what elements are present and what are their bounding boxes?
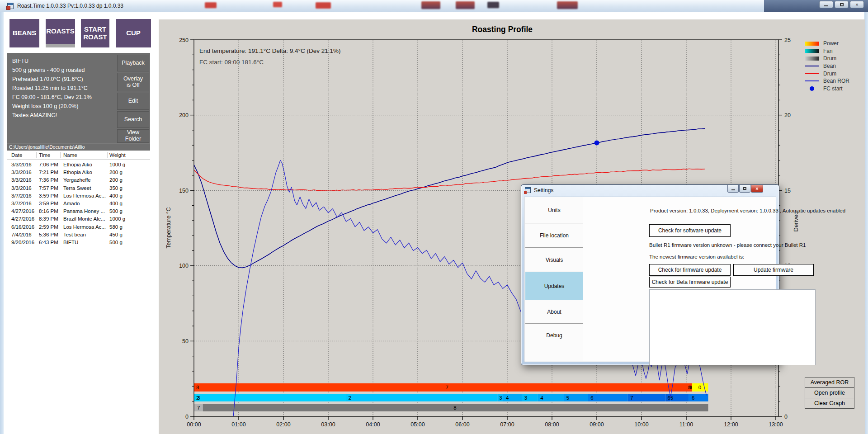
- table-cell: 450 g: [109, 231, 123, 239]
- roast-table-header[interactable]: DateTimeNameWeight: [7, 151, 150, 160]
- nav-roasts-active-indicator: [46, 44, 75, 47]
- roast-list-table[interactable]: DateTimeNameWeight 3/3/20167:06 PMEthopi…: [7, 151, 150, 434]
- window-border-right: [864, 12, 868, 434]
- clear-graph-button[interactable]: Clear Graph: [805, 398, 854, 409]
- legend-item: FC start: [805, 85, 864, 93]
- table-cell: Los Hermosa Ac...: [63, 223, 106, 231]
- close-button[interactable]: ×: [850, 1, 864, 8]
- header-separator: [60, 152, 61, 158]
- nav-beans-button[interactable]: BEANS: [9, 19, 39, 47]
- legend-item: Fan: [805, 47, 864, 55]
- settings-tab-updates[interactable]: Updates: [525, 272, 583, 300]
- legend-item: Bean ROR: [805, 77, 864, 85]
- settings-close-button[interactable]: ×: [751, 185, 763, 193]
- check-firmware-update-button[interactable]: Check for firmware update: [649, 264, 731, 276]
- table-cell: 7/4/2016: [11, 231, 32, 239]
- settings-maximize-button[interactable]: [739, 185, 750, 193]
- minimize-button[interactable]: [819, 1, 833, 8]
- table-row[interactable]: 4/27/20168:39 PMBrazil Monte Ale...1000 …: [7, 215, 150, 223]
- table-cell: 3/7/2016: [11, 192, 32, 200]
- legend-item: Power: [805, 40, 864, 47]
- settings-tab-visuals[interactable]: Visuals: [525, 248, 583, 272]
- svg-text:7: 7: [630, 395, 633, 401]
- table-row[interactable]: 7/4/20165:36 PMTest bean450 g: [7, 231, 150, 239]
- table-cell: 2:59 PM: [39, 223, 58, 231]
- settings-log[interactable]: [649, 289, 816, 365]
- legend-label: Drum: [823, 55, 836, 61]
- svg-text:3: 3: [499, 395, 502, 401]
- svg-text:7: 7: [197, 405, 200, 410]
- column-header-weight[interactable]: Weight: [109, 151, 126, 159]
- table-cell: 3:59 PM: [39, 192, 58, 200]
- column-header-time[interactable]: Time: [39, 151, 50, 159]
- roast-info-line: 500 g greens - 400 g roasted: [12, 66, 116, 75]
- table-cell: 4/27/2016: [11, 208, 34, 215]
- roast-info-line: BIFTU: [12, 57, 116, 66]
- settings-dialog-icon: [525, 187, 531, 193]
- settings-tab-debug[interactable]: Debug: [525, 324, 583, 347]
- playback-button[interactable]: Playback: [117, 55, 149, 71]
- legend-label: Bean ROR: [823, 78, 849, 84]
- table-row[interactable]: 9/20/20166:43 PMBIFTU500 g: [7, 239, 150, 246]
- svg-text:250: 250: [179, 37, 189, 43]
- column-header-date[interactable]: Date: [11, 151, 22, 159]
- maximize-button[interactable]: [835, 1, 849, 8]
- settings-tab-file-location[interactable]: File location: [525, 223, 583, 248]
- background-window-artifact: [456, 1, 475, 9]
- table-cell: 200 g: [109, 169, 123, 176]
- table-cell: Brazil Monte Ale...: [63, 215, 105, 223]
- table-cell: BIFTU: [63, 239, 78, 246]
- background-window-artifact: [557, 1, 578, 9]
- open-profile-button[interactable]: Open profile: [805, 387, 854, 398]
- window-titlebar: Roast.Time 1.0.0.33 Pv:1.0.0.33 dp 1.0.0…: [0, 0, 868, 12]
- chart-legend: PowerFanDrumBeanDrumBean RORFC start: [805, 40, 864, 92]
- svg-text:100: 100: [179, 263, 189, 269]
- svg-text:25: 25: [784, 37, 791, 43]
- nav-roasts-button[interactable]: ROASTS: [46, 19, 75, 44]
- roast-info-line: FC 09:00 - 181.6°C, Dev 21.1%: [12, 93, 116, 102]
- svg-text:12:00: 12:00: [724, 421, 738, 428]
- settings-dialog[interactable]: Settings × UnitsFile locationVisualsUpda…: [521, 184, 779, 365]
- settings-tab-about[interactable]: About: [525, 300, 583, 324]
- window-title: Roast.Time 1.0.0.33 Pv:1.0.0.33 dp 1.0.0…: [17, 0, 123, 12]
- table-cell: 5:36 PM: [39, 231, 58, 239]
- settings-dialog-titlebar[interactable]: Settings ×: [521, 185, 779, 196]
- svg-text:13:00: 13:00: [769, 421, 783, 428]
- legend-label: FC start: [823, 85, 843, 92]
- overlay-toggle-button[interactable]: Overlay is Off: [117, 73, 149, 91]
- edit-button[interactable]: Edit: [117, 93, 149, 110]
- settings-content: Product version: 1.0.0.33, Deployment ve…: [583, 197, 775, 361]
- table-cell: 3/3/2016: [11, 161, 32, 169]
- table-row[interactable]: 3/3/20167:36 PMYergazheffe200 g: [7, 176, 150, 184]
- background-window-artifact: [205, 2, 217, 8]
- check-software-update-button[interactable]: Check for software update: [649, 224, 731, 237]
- svg-text:11:00: 11:00: [679, 421, 693, 428]
- table-row[interactable]: 3/3/20167:21 PMEthopia Aiko200 g: [7, 169, 150, 176]
- search-button[interactable]: Search: [117, 111, 149, 128]
- background-window-artifact: [316, 2, 331, 9]
- column-header-name[interactable]: Name: [63, 151, 77, 159]
- svg-text:7: 7: [445, 385, 448, 390]
- table-row[interactable]: 3/3/20167:57 PMTerra Sweet350 g: [7, 184, 150, 192]
- table-row[interactable]: 3/7/20163:59 PMLos Hermosa Ac...400 g: [7, 192, 150, 200]
- background-window-artifact: [421, 1, 440, 9]
- settings-minimize-button[interactable]: [727, 185, 739, 193]
- settings-tab-units[interactable]: Units: [525, 197, 583, 223]
- table-row[interactable]: 4/27/20168:16 PMPanama Honey ...500 g: [7, 208, 150, 215]
- update-firmware-button[interactable]: Update firmware: [733, 264, 814, 276]
- legend-swatch-icon: [805, 49, 819, 53]
- nav-start-roast-button[interactable]: START ROAST: [81, 19, 109, 47]
- check-beta-firmware-button[interactable]: Check for Beta firmware update: [649, 277, 731, 288]
- nav-cup-button[interactable]: CUP: [116, 19, 151, 47]
- svg-text:50: 50: [182, 338, 189, 344]
- y2-axis-label: Derived: [793, 212, 799, 232]
- svg-text:03:00: 03:00: [321, 421, 335, 428]
- table-row[interactable]: 3/7/20163:59 PMAmado400 g: [7, 200, 150, 208]
- product-version-label: Product version: 1.0.0.33, Deployment ve…: [650, 208, 845, 213]
- legend-swatch-icon: [805, 73, 819, 74]
- averaged-ror-button[interactable]: Averaged ROR: [805, 377, 854, 388]
- roast-info-line: Roasted 11:25 min to 191.1°C: [12, 84, 116, 93]
- table-row[interactable]: 6/16/20162:59 PMLos Hermosa Ac...580 g: [7, 223, 150, 231]
- view-folder-button[interactable]: View Folder: [117, 129, 149, 143]
- table-row[interactable]: 3/3/20167:06 PMEthopia Aiko1000 g: [7, 161, 150, 169]
